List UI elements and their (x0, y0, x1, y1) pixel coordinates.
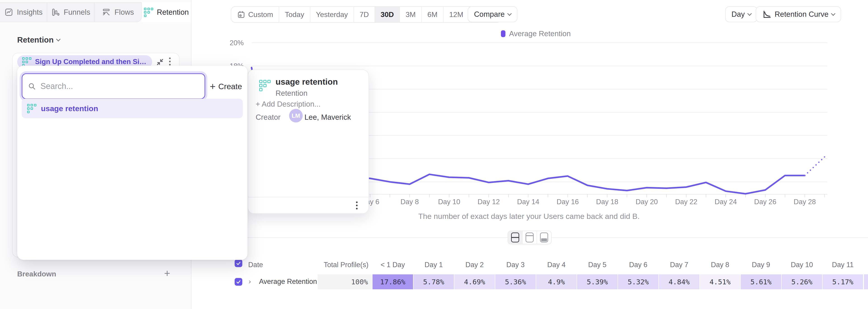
tab-flows[interactable]: Flows (94, 3, 141, 22)
search-input[interactable] (40, 81, 199, 91)
breakdown-add-button[interactable]: + (164, 267, 170, 279)
table-header-day-6[interactable]: Day 6 (618, 261, 658, 269)
range-6m[interactable]: 6M (421, 7, 443, 22)
hover-card-footer (248, 197, 368, 213)
table-header-day-7[interactable]: Day 7 (659, 261, 700, 269)
table-header-day-11[interactable]: Day 11 (823, 261, 863, 269)
chevron-down-icon (831, 11, 836, 16)
retention-cell-day-4: 4.9% (536, 274, 577, 289)
x-tick-label: Day 8 (401, 198, 419, 206)
range-today[interactable]: Today (279, 7, 310, 22)
create-button[interactable]: + Create (210, 82, 242, 91)
layout-split-button[interactable] (508, 231, 522, 244)
add-description-link[interactable]: + Add Description... (256, 100, 320, 108)
retention-cell--1-day: 17.86% (373, 274, 413, 289)
retention-cell-day-5: 5.39% (577, 274, 618, 289)
compare-button[interactable]: Compare (468, 6, 518, 22)
legend-marker (501, 30, 505, 37)
step-pill-label: Sign Up Completed and then Sign Up Co... (35, 58, 147, 66)
range-label: Custom (248, 10, 273, 19)
layout-table-button[interactable] (537, 231, 551, 244)
table-header-total[interactable]: Total Profile(s) (318, 261, 368, 269)
check-icon (236, 279, 241, 285)
section-title: Retention (17, 35, 54, 45)
table-header-day-9[interactable]: Day 9 (741, 261, 781, 269)
range-7d[interactable]: 7D (353, 7, 375, 22)
tab-insights[interactable]: Insights (0, 3, 47, 22)
retention-icon (22, 57, 31, 66)
tab-retention[interactable]: Retention (142, 2, 191, 22)
tab-label: Flows (114, 8, 134, 17)
table-header-day-1[interactable]: Day 1 (413, 261, 454, 269)
range-12m[interactable]: 12M (443, 7, 469, 22)
split-panes-icon (511, 232, 519, 243)
chart-pane-icon (526, 232, 534, 243)
calendar-icon (237, 10, 246, 19)
total-profiles-cell: 100% (318, 274, 372, 289)
x-axis-labels: Day 6Day 8Day 10Day 12Day 14Day 16Day 18… (361, 198, 816, 206)
range-label: 7D (360, 10, 369, 19)
compare-label: Compare (474, 10, 505, 19)
x-tick-label: Day 16 (557, 198, 579, 206)
creator-name: Lee, Maverick (305, 113, 351, 121)
retention-icon (27, 104, 36, 113)
range-custom[interactable]: Custom (231, 7, 279, 22)
row-name[interactable]: Average Retention (259, 278, 317, 286)
table-pane-icon (540, 232, 548, 243)
report-tabs: Insights Funnels Flows (0, 2, 142, 22)
retention-cell-day-8: 4.51% (700, 274, 740, 289)
retention-report-page: 20%18%Day 6Day 8Day 10Day 12Day 14Day 16… (0, 0, 868, 309)
retention-cell-day-10: 5.26% (782, 274, 822, 289)
table-header-day-5[interactable]: Day 5 (577, 261, 618, 269)
retention-icon (144, 8, 153, 17)
range-30d[interactable]: 30D (375, 7, 400, 22)
x-tick-label: Day 24 (715, 198, 737, 206)
tab-funnels[interactable]: Funnels (47, 3, 94, 22)
retention-cell-day-2: 4.69% (454, 274, 495, 289)
report-hover-card: usage retention Retention + Add Descript… (248, 69, 369, 214)
card-options-button[interactable] (356, 201, 358, 209)
layout-toggle[interactable] (508, 231, 552, 244)
range-label: 6M (428, 10, 437, 19)
y-tick-label: 20% (230, 39, 244, 47)
chevron-down-icon (507, 11, 512, 16)
search-result-item[interactable]: usage retention (22, 99, 243, 118)
funnels-icon (51, 8, 60, 17)
tab-label: Insights (17, 8, 43, 17)
x-tick-label: Day 14 (517, 198, 539, 206)
range-label: 3M (405, 10, 415, 19)
table-header-date[interactable]: Date (248, 261, 263, 269)
layout-chart-button[interactable] (522, 231, 537, 244)
table-header-day-10[interactable]: Day 10 (782, 261, 822, 269)
hover-card-subtitle: Retention (276, 89, 307, 97)
create-label: Create (218, 82, 242, 91)
table-header-day-3[interactable]: Day 3 (495, 261, 536, 269)
x-tick-label: Day 26 (754, 198, 776, 206)
result-label: usage retention (41, 104, 98, 113)
table-header-day-2[interactable]: Day 2 (454, 261, 495, 269)
x-tick-label: Day 22 (675, 198, 698, 206)
table-header-day-4[interactable]: Day 4 (536, 261, 577, 269)
range-3m[interactable]: 3M (399, 7, 421, 22)
legend-label: Average Retention (509, 29, 571, 38)
table-header-day-8[interactable]: Day 8 (700, 261, 740, 269)
row-checkbox[interactable] (235, 278, 242, 286)
x-tick-label: Day 12 (477, 198, 500, 206)
breakdown-label: Breakdown (17, 270, 56, 278)
table-header-checkbox[interactable] (235, 259, 242, 267)
section-heading[interactable]: Retention (17, 35, 60, 45)
retention-cell-day-3: 5.36% (495, 274, 536, 289)
range-label: 12M (449, 10, 463, 19)
range-yesterday[interactable]: Yesterday (310, 7, 353, 22)
x-tick-label: Day 10 (438, 198, 460, 206)
table-header--1-day[interactable]: < 1 Day (373, 261, 413, 269)
tab-label: Funnels (64, 8, 90, 17)
chart-type-button[interactable]: Retention Curve (756, 6, 841, 22)
step-options-button[interactable] (169, 57, 170, 65)
granularity-label: Day (732, 10, 745, 19)
granularity-button[interactable]: Day (725, 6, 757, 22)
row-expand-chevron-icon[interactable]: › (249, 278, 251, 285)
range-label: Today (285, 10, 304, 19)
search-box (22, 73, 205, 99)
x-tick-label: Day 20 (636, 198, 658, 206)
